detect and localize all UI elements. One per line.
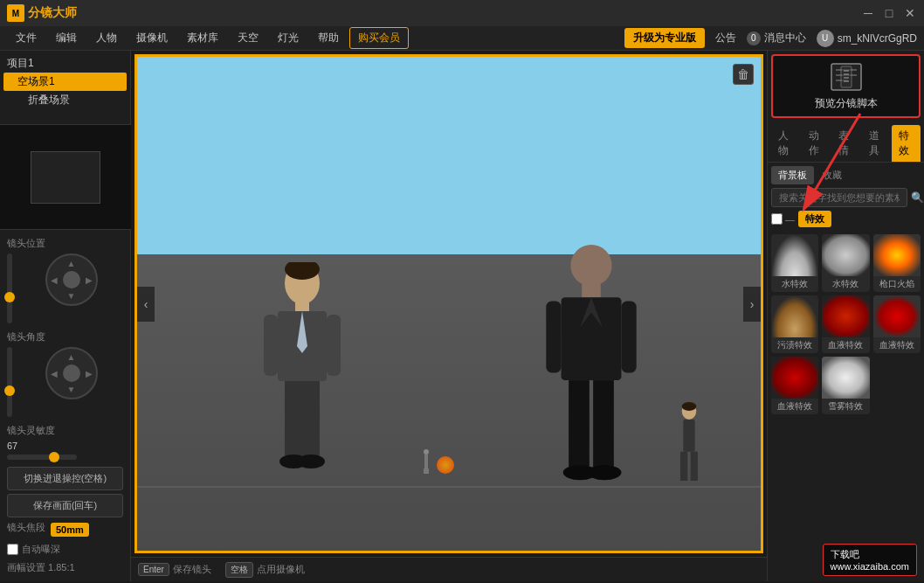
effect-item-4[interactable]: 血液特效 — [822, 295, 869, 353]
menu-camera[interactable]: 摄像机 — [128, 27, 176, 49]
message-badge: 0 — [747, 31, 761, 45]
svg-rect-18 — [594, 380, 615, 470]
viewport[interactable]: ‹ › 🗑 — [134, 54, 763, 553]
viewport-nav-left[interactable]: ‹ — [137, 287, 155, 322]
app-logo: M 分镜大师 — [7, 4, 77, 22]
effects-filter-tag[interactable]: 特效 — [798, 211, 831, 227]
logo-icon: M — [7, 4, 24, 22]
minimize-button[interactable]: ─ — [861, 6, 875, 20]
tab-props[interactable]: 道具 — [862, 125, 891, 162]
focal-badge[interactable]: 50mm — [51, 523, 89, 537]
fire-effect — [437, 456, 454, 474]
close-button[interactable]: ✕ — [903, 6, 917, 20]
menubar: 文件 编辑 人物 摄像机 素材库 天空 灯光 帮助 购买会员 升级为专业版 公告… — [0, 26, 924, 51]
svg-rect-6 — [285, 381, 302, 460]
hint-save-label: 保存镜头 — [173, 563, 211, 576]
viewport-nav-right[interactable]: › — [743, 287, 761, 322]
switch-control-button[interactable]: 切换进退操控(空格) — [7, 467, 123, 490]
focal-row: 镜头焦段 50mm — [7, 521, 123, 538]
sensitivity-slider[interactable] — [7, 455, 77, 460]
search-input[interactable] — [771, 188, 907, 207]
search-icon[interactable]: 🔍 — [911, 191, 924, 204]
position-joystick[interactable]: ▲ ▼ ◀ ▶ — [45, 253, 98, 306]
message-center[interactable]: 0 消息中心 — [747, 31, 806, 45]
svg-rect-10 — [264, 315, 278, 376]
upgrade-button[interactable]: 升级为专业版 — [624, 28, 705, 48]
draw-ratio-label: 画幅设置 — [7, 562, 45, 573]
right-panel: 预览分镜脚本 人物 动作 表情 道具 特效 背景板 收藏 🔍 — 特效 — [767, 51, 924, 581]
sensitivity-value: 67 — [7, 441, 123, 451]
character-bald — [534, 245, 648, 489]
user-area[interactable]: U sm_kNlVcrGgRD — [817, 30, 917, 47]
watermark: 下载吧www.xiazaiba.com — [823, 544, 917, 576]
hint-camera: 空格 点用摄像机 — [225, 562, 305, 578]
menu-edit[interactable]: 编辑 — [47, 27, 86, 49]
menu-light[interactable]: 灯光 — [269, 27, 307, 49]
svg-rect-7 — [302, 381, 320, 460]
menu-assets[interactable]: 素材库 — [178, 27, 227, 49]
svg-rect-22 — [622, 302, 637, 373]
username-label: sm_kNlVcrGgRD — [838, 32, 917, 45]
svg-rect-13 — [583, 282, 602, 297]
position-label: 镜头位置 — [7, 237, 123, 250]
save-frame-button[interactable]: 保存画面(回车) — [7, 494, 123, 517]
effect-item-2[interactable]: 枪口火焰 — [873, 234, 921, 292]
position-slider-v[interactable] — [7, 253, 12, 323]
menu-file[interactable]: 文件 — [7, 27, 45, 49]
notice-item[interactable]: 公告 — [715, 31, 736, 45]
sensitivity-label: 镜头灵敏度 — [7, 424, 123, 437]
svg-point-24 — [682, 402, 697, 411]
subtab-favorites[interactable]: 收藏 — [816, 166, 849, 184]
draw-ratio-value: 1.85:1 — [48, 562, 75, 573]
scene-view — [137, 57, 761, 551]
effect-item-7[interactable]: 雪雾特效 — [822, 357, 869, 414]
character-suit — [250, 262, 355, 489]
effect-item-6[interactable]: 血液特效 — [771, 357, 818, 414]
window-controls: ─ □ ✕ — [861, 6, 917, 20]
hint-save: Enter 保存镜头 — [138, 563, 211, 576]
right-tabs: 人物 动作 表情 道具 特效 — [768, 121, 924, 163]
center-panel: ‹ › 🗑 Enter 保存镜头 空格 点用摄像机 — [131, 51, 767, 581]
delete-scene-button[interactable]: 🗑 — [733, 64, 754, 85]
effect-item-0[interactable]: 水特效 — [771, 234, 818, 292]
tab-effects[interactable]: 特效 — [892, 125, 921, 162]
angle-joystick[interactable]: ▲ ▼ ◀ ▶ — [45, 347, 98, 399]
tree-item-project[interactable]: 项目1 — [3, 54, 127, 73]
left-panel: 项目1 空场景1 折叠场景 镜头位置 ▲ — [0, 51, 131, 581]
preview-script-button[interactable]: 预览分镜脚本 — [771, 54, 921, 118]
effect-item-5[interactable]: 血液特效 — [873, 295, 921, 353]
ground-line — [137, 486, 761, 488]
filter-checkbox-row: — — [771, 213, 795, 225]
camera-controls: 镜头位置 ▲ ▼ ◀ ▶ 镜头角度 — [0, 229, 130, 581]
menu-purchase[interactable]: 购买会员 — [349, 27, 409, 49]
angle-label: 镜头角度 — [7, 330, 123, 344]
tab-expression[interactable]: 表情 — [831, 125, 860, 162]
svg-point-20 — [588, 465, 622, 480]
svg-rect-11 — [327, 315, 341, 376]
key-enter: Enter — [138, 563, 169, 576]
angle-slider-v[interactable] — [7, 347, 12, 417]
auto-exposure-checkbox[interactable] — [7, 544, 18, 555]
message-label: 消息中心 — [764, 31, 806, 45]
filter-checkbox[interactable] — [771, 213, 783, 225]
svg-rect-26 — [680, 452, 687, 481]
maximize-button[interactable]: □ — [882, 6, 896, 20]
menu-sky[interactable]: 天空 — [229, 27, 267, 49]
tree-item-collapsed[interactable]: 折叠场景 — [3, 91, 127, 109]
effect-item-1[interactable]: 水特效 — [822, 234, 869, 292]
avatar: U — [817, 30, 834, 47]
svg-point-12 — [571, 245, 612, 286]
tab-action[interactable]: 动作 — [802, 125, 831, 162]
effect-item-3[interactable]: 污渍特效 — [771, 295, 818, 353]
tab-character[interactable]: 人物 — [771, 125, 800, 162]
app-title: 分镜大师 — [28, 5, 77, 21]
menu-character[interactable]: 人物 — [87, 27, 126, 49]
menu-help[interactable]: 帮助 — [309, 27, 348, 49]
titlebar: M 分镜大师 ─ □ ✕ — [0, 0, 924, 26]
tree-item-scene1[interactable]: 空场景1 — [3, 73, 127, 91]
subtab-backdrop[interactable]: 背景板 — [771, 166, 814, 184]
draw-ratio-row: 画幅设置 1.85:1 — [7, 561, 123, 574]
effects-grid: 水特效水特效枪口火焰污渍特效血液特效血液特效血液特效雪雾特效 — [768, 231, 924, 418]
script-icon — [829, 61, 864, 93]
character-small — [667, 398, 711, 494]
